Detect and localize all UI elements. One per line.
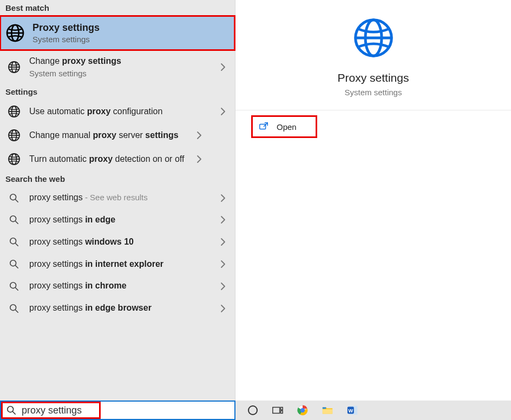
detail-panel: Proxy settings System settings Open [235,0,511,401]
search-results-panel: Best match Proxy settings System setting… [0,0,235,401]
best-match-title: Proxy settings [32,22,228,34]
web-result-text: proxy settings - See web results [29,192,210,204]
detail-title: Proxy settings [235,71,511,84]
chevron-right-icon [218,106,228,117]
svg-rect-17 [323,408,326,409]
result-turn-automatic-proxy[interactable]: Turn automatic proxy detection on or off [0,147,235,171]
detail-header: Proxy settings System settings [235,0,511,110]
globe-icon [8,61,21,74]
web-result[interactable]: proxy settings - See web results [0,187,235,209]
search-icon [9,281,19,291]
web-result-text: proxy settings in edge browser [29,303,210,314]
detail-subtitle: System settings [235,88,511,97]
task-view-icon[interactable] [271,404,284,417]
search-icon [9,259,19,269]
svg-rect-12 [281,411,283,414]
globe-icon [8,129,21,142]
result-change-proxy-settings[interactable]: Change proxy settings System settings [0,50,235,84]
word-icon[interactable]: W [346,404,359,417]
globe-icon [8,153,21,166]
best-match-proxy-settings[interactable]: Proxy settings System settings [0,16,235,50]
best-match-subtitle: System settings [32,35,228,44]
web-result[interactable]: proxy settings windows 10 [0,231,235,253]
chevron-right-icon [218,62,228,73]
search-icon [9,237,19,247]
search-input[interactable] [22,405,234,416]
chevron-right-icon [218,214,228,225]
web-result[interactable]: proxy settings in chrome [0,275,235,297]
search-icon [9,304,19,313]
open-action[interactable]: Open [252,116,317,137]
chevron-right-icon [218,281,228,292]
chevron-right-icon [218,259,228,270]
search-icon [6,405,16,415]
svg-text:W: W [348,408,353,414]
web-result-text: proxy settings windows 10 [29,237,210,248]
globe-icon [8,105,21,118]
cortana-icon[interactable] [246,404,259,417]
web-result[interactable]: proxy settings in edge browser [0,297,235,319]
globe-icon [5,23,25,43]
web-result[interactable]: proxy settings in edge [0,209,235,231]
chevron-right-icon [218,237,228,247]
svg-rect-11 [281,408,283,410]
section-header-settings: Settings [0,84,235,100]
web-result-text: proxy settings in internet explorer [29,259,210,270]
svg-point-15 [301,409,304,412]
chevron-right-icon [194,154,205,165]
search-icon [9,215,19,225]
taskbar: W [235,401,511,420]
chrome-icon[interactable] [296,404,309,417]
search-bar[interactable] [0,401,235,420]
section-header-best-match: Best match [0,0,235,16]
search-icon [9,193,19,203]
open-icon [258,121,269,132]
web-result-text: proxy settings in edge [29,214,210,226]
chevron-right-icon [218,303,228,314]
section-header-search-web: Search the web [0,171,235,187]
open-label: Open [277,122,297,132]
chevron-right-icon [194,130,205,141]
globe-icon [352,16,395,60]
chevron-right-icon [218,193,228,204]
svg-rect-16 [323,409,332,414]
svg-rect-10 [273,408,280,414]
result-use-automatic-proxy[interactable]: Use automatic proxy configuration [0,100,235,123]
file-explorer-icon[interactable] [321,404,334,417]
result-change-manual-proxy[interactable]: Change manual proxy server settings [0,123,235,147]
web-result-text: proxy settings in chrome [29,280,210,292]
web-result[interactable]: proxy settings in internet explorer [0,253,235,275]
